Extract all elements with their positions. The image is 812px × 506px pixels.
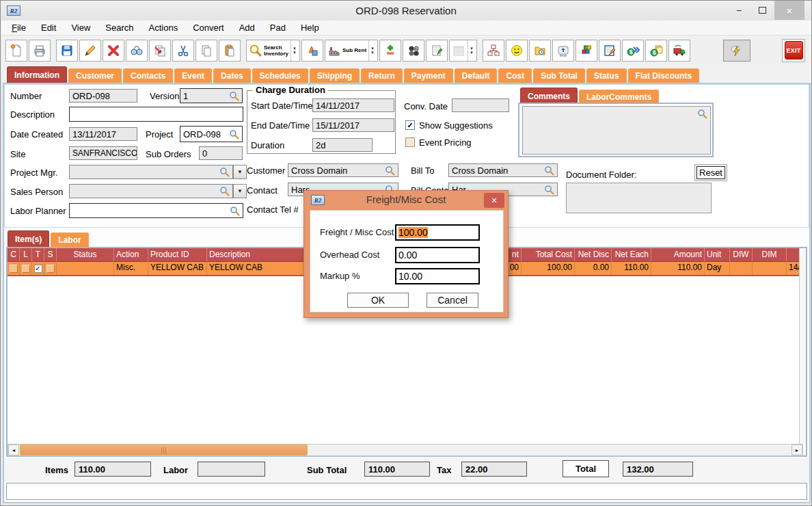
toolbar-keyboard-button[interactable] xyxy=(552,40,574,62)
tab-sub-total[interactable]: Sub Total xyxy=(533,68,585,83)
toolbar-print-button[interactable] xyxy=(29,40,51,62)
tab-status[interactable]: Status xyxy=(586,68,627,83)
toolbar-dollar-notes-button[interactable]: $ xyxy=(645,40,667,62)
tab-cost[interactable]: Cost xyxy=(498,68,532,83)
comments-search-icon[interactable] xyxy=(697,109,707,122)
title-bar[interactable]: R2 ORD-098 Reservation − × xyxy=(1,1,811,21)
project-mgr-field[interactable] xyxy=(69,165,233,179)
menu-item-pad[interactable]: Pad xyxy=(262,21,293,34)
toolbar-lightning-button[interactable] xyxy=(723,40,750,62)
toolbar-cut-button[interactable] xyxy=(172,40,194,62)
toolbar-edit-pencil-button[interactable] xyxy=(79,40,101,62)
customer-field[interactable]: Cross Domain xyxy=(288,163,398,177)
column-header-unit[interactable]: Unit xyxy=(705,248,730,262)
row-checkbox-c[interactable] xyxy=(10,265,18,273)
cancel-button[interactable]: Cancel xyxy=(427,293,478,308)
menu-item-search[interactable]: Search xyxy=(98,21,141,34)
column-header-c[interactable]: C xyxy=(8,248,20,262)
maximize-button[interactable] xyxy=(751,1,773,20)
tab-schedules[interactable]: Schedules xyxy=(252,68,308,83)
column-header-net-each[interactable]: Net Each xyxy=(612,248,651,262)
toolbar-add-item-button[interactable] xyxy=(379,40,401,62)
tab-dates[interactable]: Dates xyxy=(213,68,251,83)
scroll-right-arrow[interactable]: ► xyxy=(791,444,802,455)
bill-contact-search-icon[interactable] xyxy=(544,185,554,195)
items-tab-item-s-[interactable]: Item(s) xyxy=(8,230,49,247)
column-header-net-disc[interactable]: Net Disc xyxy=(575,248,612,262)
tab-return[interactable]: Return xyxy=(361,68,403,83)
project-mgr-search-icon[interactable] xyxy=(219,167,230,177)
menu-item-file[interactable]: File xyxy=(4,21,33,34)
tab-default[interactable]: Default xyxy=(455,68,498,83)
column-header-blank[interactable] xyxy=(787,248,799,262)
tab-customer[interactable]: Customer xyxy=(68,68,122,83)
toolbar-forward-dollar-button[interactable]: $ xyxy=(622,40,644,62)
row-cell-blank[interactable]: 14/1 xyxy=(787,262,799,275)
bill-to-field[interactable]: Cross Domain xyxy=(448,163,558,177)
project-mgr-dropdown[interactable]: ▼ xyxy=(233,165,247,179)
toolbar-delete-button[interactable] xyxy=(103,40,124,62)
toolbar-sub-rent-button[interactable]: Sub Rent▼▼ xyxy=(325,40,378,62)
close-button[interactable]: × xyxy=(774,1,804,20)
row-cell-net-each[interactable]: 110.00 xyxy=(612,262,651,275)
column-header-product-id[interactable]: Product ID xyxy=(148,248,207,262)
sales-person-search-icon[interactable] xyxy=(219,186,230,196)
tab-contacts[interactable]: Contacts xyxy=(123,68,173,83)
labor-planner-search-icon[interactable] xyxy=(230,206,240,216)
column-header-amount[interactable]: Amount xyxy=(651,248,705,262)
toolbar-copy-button[interactable] xyxy=(195,40,217,62)
toolbar-convert-3d-button[interactable] xyxy=(301,40,323,62)
comments-textarea[interactable] xyxy=(522,106,711,155)
bill-to-search-icon[interactable] xyxy=(544,165,554,176)
tab-event[interactable]: Event xyxy=(174,68,212,83)
column-header-t[interactable]: T xyxy=(32,248,44,262)
labor-planner-field[interactable] xyxy=(69,203,243,218)
items-tab-labor[interactable]: Labor xyxy=(51,232,88,247)
event-pricing-checkbox[interactable] xyxy=(405,137,415,147)
version-search-icon[interactable] xyxy=(229,91,239,101)
dialog-close-button[interactable]: × xyxy=(484,193,504,208)
toolbar-org-chart-button[interactable] xyxy=(483,40,504,62)
menu-item-edit[interactable]: Edit xyxy=(33,21,64,34)
toolbar-team-query-button[interactable]: ? xyxy=(403,40,424,62)
caret-down-icon[interactable]: ▼▼ xyxy=(290,40,298,61)
row-cell-product-id[interactable]: YELLOW CAB xyxy=(148,262,207,275)
duration-field[interactable]: 2d xyxy=(312,138,373,152)
row-cell-total-cost[interactable]: 100.00 xyxy=(522,262,575,275)
toolbar-save-button[interactable] xyxy=(56,40,78,62)
row-cell-action[interactable]: Misc. xyxy=(114,262,148,275)
caret-down-icon[interactable]: ▼▼ xyxy=(368,40,376,61)
markup-percent-input[interactable]: 10.00 xyxy=(395,268,480,284)
show-suggestions-checkbox[interactable]: ✓ xyxy=(405,120,415,130)
freight-misc-cost-input[interactable]: 100.00 xyxy=(395,224,480,241)
toolbar-edit-note-button[interactable] xyxy=(599,40,621,62)
column-header-l[interactable]: L xyxy=(20,248,32,262)
toolbar-notepad-button[interactable] xyxy=(426,40,448,62)
column-header-status[interactable]: Status xyxy=(57,248,114,262)
menu-item-add[interactable]: Add xyxy=(232,21,262,34)
document-folder-box[interactable] xyxy=(566,183,712,213)
customer-search-icon[interactable] xyxy=(385,165,395,176)
minimize-button[interactable]: − xyxy=(728,1,750,20)
toolbar-calendar-button[interactable]: ▼▼ xyxy=(449,40,477,62)
end-date-field[interactable]: 15/11/2017 xyxy=(312,118,394,132)
column-header-diw[interactable]: DIW xyxy=(730,248,753,262)
tab-flat-discounts[interactable]: Flat Discounts xyxy=(628,68,700,83)
row-cell-l[interactable] xyxy=(20,262,32,275)
row-cell-net-disc[interactable]: 0.00 xyxy=(575,262,612,275)
sales-person-field[interactable] xyxy=(69,184,233,198)
menu-item-actions[interactable]: Actions xyxy=(141,21,186,34)
project-search-icon[interactable] xyxy=(229,129,239,139)
toolbar-search-inventory-button[interactable]: SearchInventory▼▼ xyxy=(246,40,300,62)
column-header-total-cost[interactable]: Total Cost xyxy=(522,248,575,262)
row-cell-c[interactable] xyxy=(8,262,20,275)
row-cell-unit[interactable]: Day xyxy=(705,262,730,275)
tab-information[interactable]: Information xyxy=(7,66,67,83)
overhead-cost-input[interactable]: 0.00 xyxy=(395,247,480,263)
toolbar-cubes-button[interactable] xyxy=(576,40,597,62)
row-cell-dim[interactable] xyxy=(753,262,787,275)
menu-item-view[interactable]: View xyxy=(64,21,98,34)
toolbar-paste-button[interactable] xyxy=(219,40,241,62)
row-checkbox-t[interactable]: ✓ xyxy=(34,265,42,273)
toolbar-binoculars-button[interactable] xyxy=(126,40,148,62)
